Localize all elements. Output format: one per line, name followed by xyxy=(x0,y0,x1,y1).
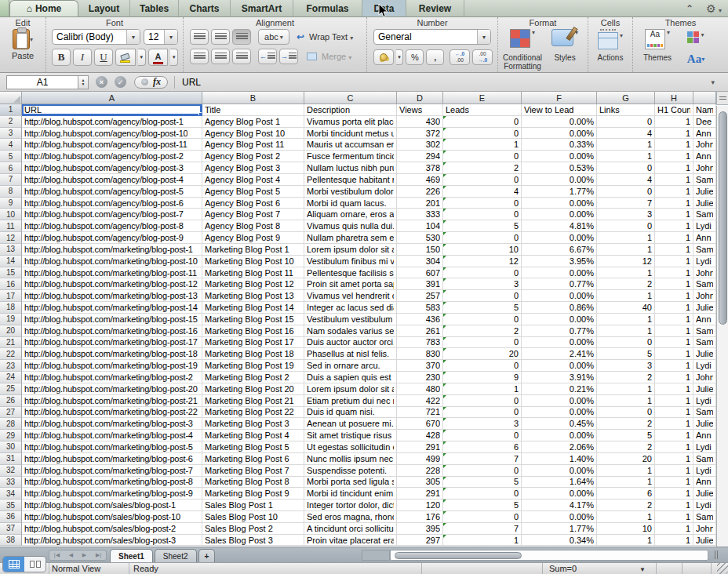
cell-C14[interactable]: Vestibulum finibus mi v xyxy=(304,256,397,267)
cell-E7[interactable]: 0 xyxy=(443,174,522,186)
cell-F18[interactable]: 0.86% xyxy=(522,302,597,314)
cell-B14[interactable]: Marketing Blog Post 10 xyxy=(202,256,304,267)
cell-I16[interactable]: Sam xyxy=(693,278,716,290)
row-header-11[interactable]: 11 xyxy=(0,220,22,232)
cell-G18[interactable]: 40 xyxy=(597,302,655,314)
tab-layout[interactable]: Layout xyxy=(78,0,130,16)
cell-G28[interactable]: 2 xyxy=(597,418,655,430)
cell-I1[interactable]: Name xyxy=(693,104,716,116)
row-header-18[interactable]: 18 xyxy=(0,302,22,314)
cell-I19[interactable]: Ann xyxy=(693,314,716,325)
cell-D10[interactable]: 333 xyxy=(397,209,443,220)
cell-E2[interactable]: 0 xyxy=(443,116,522,128)
formula-input[interactable]: URL xyxy=(182,77,201,88)
cell-B12[interactable]: Agency Blog Post 9 xyxy=(202,232,304,244)
cell-D7[interactable]: 469 xyxy=(397,174,443,186)
cell-E27[interactable]: 0 xyxy=(443,407,522,419)
cell-D11[interactable]: 104 xyxy=(397,220,443,232)
cell-D17[interactable]: 257 xyxy=(397,290,443,302)
cell-D38[interactable]: 297 xyxy=(397,535,443,547)
cell-C1[interactable]: Description xyxy=(304,104,397,116)
cell-F8[interactable]: 1.77% xyxy=(522,186,597,198)
cell-F16[interactable]: 0.77% xyxy=(522,278,597,290)
row-header-36[interactable]: 36 xyxy=(0,511,22,523)
cell-D37[interactable]: 395 xyxy=(397,523,443,535)
cell-F7[interactable]: 0.00% xyxy=(522,174,597,186)
cell-B31[interactable]: Marketing Blog Post 6 xyxy=(202,453,304,465)
cell-G38[interactable]: 1 xyxy=(597,535,655,547)
cell-H11[interactable]: 1 xyxy=(655,220,693,232)
row-header-3[interactable]: 3 xyxy=(0,128,22,140)
cell-A9[interactable]: http://blog.hubspot.com/agency/blog-post… xyxy=(22,198,202,209)
sheet-tab-sheet2[interactable]: Sheet2 xyxy=(155,549,197,562)
cell-D25[interactable]: 480 xyxy=(397,383,443,395)
cell-E14[interactable]: 12 xyxy=(443,256,522,267)
cell-E31[interactable]: 7 xyxy=(443,453,522,465)
italic-button[interactable]: I xyxy=(73,49,92,66)
chevron-down-icon[interactable]: ▾ xyxy=(126,30,140,44)
align-middle-button[interactable] xyxy=(211,29,230,45)
cell-C8[interactable]: Morbi vestibulum dolor xyxy=(304,186,397,198)
sheet-tab-sheet1[interactable]: Sheet1 xyxy=(110,549,153,562)
vertical-scrollbar[interactable] xyxy=(716,106,728,547)
cell-E23[interactable]: 0 xyxy=(443,360,522,372)
cell-I3[interactable]: Ann xyxy=(693,128,716,140)
cell-E24[interactable]: 9 xyxy=(443,372,522,383)
cell-H36[interactable]: 1 xyxy=(655,511,693,523)
cell-E30[interactable]: 6 xyxy=(443,441,522,453)
cell-B15[interactable]: Marketing Blog Post 11 xyxy=(202,267,304,279)
cell-B2[interactable]: Agency Blog Post 1 xyxy=(202,116,304,128)
cell-G12[interactable]: 1 xyxy=(597,232,655,244)
sum-dropdown-icon[interactable]: ▼ xyxy=(639,566,646,573)
cell-B19[interactable]: Marketing Blog Post 15 xyxy=(202,314,304,325)
cell-H15[interactable]: 1 xyxy=(655,267,693,279)
cell-D1[interactable]: Views xyxy=(397,104,443,116)
vertical-scrollbar-thumb[interactable] xyxy=(719,111,727,325)
cell-D20[interactable]: 261 xyxy=(397,325,443,337)
paste-button[interactable]: ▾ Paste xyxy=(0,29,46,60)
column-header-A[interactable]: A xyxy=(22,92,202,104)
cell-F3[interactable]: 0.00% xyxy=(522,128,597,140)
font-color-button[interactable]: A xyxy=(148,49,169,66)
cell-E18[interactable]: 5 xyxy=(443,302,522,314)
row-header-20[interactable]: 20 xyxy=(0,325,22,337)
cell-F31[interactable]: 1.40% xyxy=(522,453,597,465)
cell-F6[interactable]: 0.53% xyxy=(522,162,597,174)
cell-H33[interactable]: 1 xyxy=(655,477,693,489)
cell-D12[interactable]: 530 xyxy=(397,232,443,244)
cell-G6[interactable]: 0 xyxy=(597,162,655,174)
cell-H1[interactable]: H1 Count xyxy=(655,104,693,116)
cell-C5[interactable]: Fusce fermentum tincid xyxy=(304,151,397,162)
cell-I36[interactable]: Sam xyxy=(693,511,716,523)
cell-E16[interactable]: 3 xyxy=(443,278,522,290)
align-center-button[interactable] xyxy=(211,49,230,64)
cell-H29[interactable]: 1 xyxy=(655,430,693,441)
cell-D22[interactable]: 830 xyxy=(397,348,443,360)
cell-B27[interactable]: Marketing Blog Post 22 xyxy=(202,407,304,419)
cell-A37[interactable]: http://blog.hubspot.com/sales/blog-post-… xyxy=(22,523,202,535)
cell-H6[interactable]: 1 xyxy=(655,162,693,174)
cell-G30[interactable]: 2 xyxy=(597,441,655,453)
cell-F34[interactable]: 0.00% xyxy=(522,488,597,500)
cell-E6[interactable]: 2 xyxy=(443,162,522,174)
tab-smartart[interactable]: SmartArt xyxy=(231,0,293,16)
cell-D24[interactable]: 230 xyxy=(397,372,443,383)
cell-I22[interactable]: Julie xyxy=(693,348,716,360)
cell-D23[interactable]: 370 xyxy=(397,360,443,372)
cell-G34[interactable]: 6 xyxy=(597,488,655,500)
cell-I4[interactable]: John xyxy=(693,139,716,151)
cell-H16[interactable]: 1 xyxy=(655,278,693,290)
cell-B6[interactable]: Agency Blog Post 3 xyxy=(202,162,304,174)
row-header-35[interactable]: 35 xyxy=(0,500,22,511)
cell-C16[interactable]: Proin sit amet porta sap xyxy=(304,278,397,290)
cell-B4[interactable]: Agency Blog Post 11 xyxy=(202,139,304,151)
cell-D13[interactable]: 150 xyxy=(397,244,443,256)
cell-E1[interactable]: Leads xyxy=(443,104,522,116)
cell-A5[interactable]: http://blog.hubspot.com/agency/blog-post… xyxy=(22,151,202,162)
cell-G22[interactable]: 5 xyxy=(597,348,655,360)
tab-home[interactable]: ⌂ Home xyxy=(9,0,78,16)
cell-C25[interactable]: Lorem ipsum dolor sit a xyxy=(304,383,397,395)
cell-G24[interactable]: 2 xyxy=(597,372,655,383)
cell-E33[interactable]: 5 xyxy=(443,477,522,489)
cell-B28[interactable]: Marketing Blog Post 3 xyxy=(202,418,304,430)
